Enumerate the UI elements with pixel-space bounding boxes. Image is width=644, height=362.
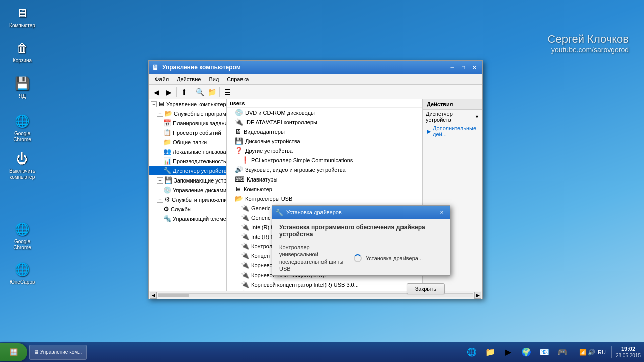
watermark-url: youtube.com/sarovgorod xyxy=(548,46,629,54)
tree-root[interactable]: − 🖥 Управление компьютером (л... xyxy=(149,99,226,109)
tree-services[interactable]: − ⚙ Службы и приложения xyxy=(149,195,226,204)
device-ide[interactable]: 🔌 IDE ATA/ATAPI контроллеры xyxy=(227,117,422,127)
tree-services-icon: ⚙ xyxy=(164,196,170,203)
tree-storage-icon: 💾 xyxy=(164,176,172,184)
chrome-icon-label: Google Chrome xyxy=(6,131,38,143)
computer2-icon: 🖥 xyxy=(235,185,242,193)
device-disk[interactable]: 💾 Дисковые устройства xyxy=(227,136,422,146)
tree-storage-toggle[interactable]: − xyxy=(157,177,163,184)
watermark-name: Сергей Клочков xyxy=(548,33,629,46)
dialog-close-button[interactable]: Закрыть xyxy=(407,283,445,294)
device-kbd[interactable]: ⌨ Клавиатуры xyxy=(227,174,422,184)
tree-devmgr-label: Диспетчер устройств xyxy=(173,168,227,174)
taskbar-mail-icon[interactable]: 📧 xyxy=(537,345,551,359)
device-audio[interactable]: 🔊 Звуковые, видео и игровые устройства xyxy=(227,165,422,174)
sarov-icon: 🌐 xyxy=(14,261,30,278)
tree-folders[interactable]: 📁 Общие папки xyxy=(149,137,226,147)
driver-dialog: 🔧 Установка драйверов ✕ Установка програ… xyxy=(272,205,450,276)
main-window-title: Управление компьютером xyxy=(162,64,447,71)
toolbar-back[interactable]: ◀ xyxy=(151,86,162,98)
menu-file[interactable]: Файл xyxy=(151,75,173,83)
close-button[interactable]: ✕ xyxy=(469,63,479,72)
dialog-title: Установка драйверов xyxy=(286,209,437,215)
dialog-close-x[interactable]: ✕ xyxy=(437,208,447,217)
tree-root-toggle[interactable]: − xyxy=(151,101,157,107)
clock: 19:02 28.05.2015 xyxy=(616,345,641,359)
maximize-button[interactable]: □ xyxy=(458,63,468,72)
tree-planner[interactable]: 📅 Планировщик заданий xyxy=(149,118,226,128)
dialog-device-label: Контроллер универсальной последовательно… xyxy=(279,244,350,273)
dialog-main-text: Установка программного обеспечения драйв… xyxy=(279,224,443,238)
actions-more-link[interactable]: ▶ Дополнительные дей... xyxy=(423,124,482,138)
ide-icon: 🔌 xyxy=(235,118,243,126)
tree-servprog-toggle[interactable]: − xyxy=(157,111,163,117)
toolbar-search[interactable]: 🔍 xyxy=(194,86,205,98)
chrome-icon: 🌐 xyxy=(14,113,30,129)
dialog-progress-row: Контроллер универсальной последовательно… xyxy=(279,244,443,273)
tree-svc[interactable]: ⚙ Службы xyxy=(149,204,226,214)
tree-devmgr[interactable]: 🔧 Диспетчер устройств xyxy=(149,166,226,175)
tree-storage[interactable]: − 💾 Запоминающие устройств... xyxy=(149,175,226,185)
dvd-icon: 💿 xyxy=(235,109,243,116)
tree-users[interactable]: 👥 Локальные пользовател... xyxy=(149,147,226,156)
toolbar-up[interactable]: ⬆ xyxy=(179,86,190,98)
audio-icon: 🔊 xyxy=(235,166,243,173)
tree-users-label: Локальные пользовател... xyxy=(173,149,227,155)
usbconc-icon: 🔌 xyxy=(241,252,249,259)
tree-wmi-icon: 🔩 xyxy=(163,215,171,222)
taskbar-ie-icon[interactable]: 🌐 xyxy=(465,345,479,359)
tree-diskmanage-label: Управление дисками xyxy=(173,187,226,193)
toolbar-folders[interactable]: 📁 xyxy=(206,86,217,98)
scroll-right-btn[interactable]: ▶ xyxy=(474,292,481,299)
turnoff-icon: ⏻ xyxy=(14,151,30,167)
tree-storage-label: Запоминающие устройств... xyxy=(174,177,227,184)
tree-diskmanage[interactable]: 💿 Управление дисками xyxy=(149,185,226,195)
taskbar-game-icon[interactable]: 🎮 xyxy=(555,345,570,359)
desktop-icon-chrome[interactable]: 🌐 Google Chrome xyxy=(6,113,38,143)
desktop-icon-computer[interactable]: 🖥 Компьютер xyxy=(6,5,38,29)
device-pci[interactable]: ❗ PCI контроллер Simple Communications xyxy=(227,155,422,165)
usb-folder-icon: 📂 xyxy=(235,195,243,202)
start-button[interactable]: 🪟 xyxy=(0,343,27,361)
other-icon: ❓ xyxy=(235,147,243,154)
taskbar-chrome-icon[interactable]: 🌍 xyxy=(519,345,533,359)
minimize-button[interactable]: ─ xyxy=(447,63,457,72)
taskbar-main-window[interactable]: 🖥 Управление ком... xyxy=(29,345,87,360)
actions-header: Действия xyxy=(423,99,482,110)
actions-more-label: Дополнительные дей... xyxy=(433,125,478,137)
toolbar-sep3 xyxy=(219,87,220,97)
tree-events[interactable]: 📋 Просмотр событий xyxy=(149,128,226,137)
yd-icon-label: ЯД xyxy=(19,93,26,99)
menu-action[interactable]: Действие xyxy=(173,75,205,83)
device-other[interactable]: ❓ Другие устройства xyxy=(227,146,422,155)
desktop-icon-yd[interactable]: 💾 ЯД xyxy=(6,75,38,99)
menu-view[interactable]: Вид xyxy=(205,75,223,83)
taskbar-sep2 xyxy=(611,346,612,358)
actions-dropdown[interactable]: Диспетчер устройств ▼ xyxy=(423,110,482,124)
desktop-icon-sarov[interactable]: 🌐 ЮнеСаров xyxy=(6,261,38,285)
tree-perf[interactable]: 📊 Производительность xyxy=(149,156,226,166)
device-dvd[interactable]: 💿 DVD и CD-ROM дисководы xyxy=(227,108,422,117)
toolbar-forward[interactable]: ▶ xyxy=(163,86,174,98)
device-video[interactable]: 🖥 Видеоадаптеры xyxy=(227,127,422,136)
tree-users-icon: 👥 xyxy=(163,148,171,155)
device-usb[interactable]: 📂 Контроллеры USB xyxy=(227,194,422,203)
desktop-icon-turnoff[interactable]: ⏻ Выключить компьютер xyxy=(6,151,38,180)
toolbar-views[interactable]: ☰ xyxy=(222,86,233,98)
tree-servprog[interactable]: − 📂 Служебные программы xyxy=(149,109,226,118)
tray-lang[interactable]: RU xyxy=(598,349,606,355)
desktop-icon-trash[interactable]: 🗑 Корзина xyxy=(6,40,38,64)
tree-services-toggle[interactable]: − xyxy=(157,197,163,203)
rootusb1-icon: 🔌 xyxy=(241,261,249,269)
scroll-left-btn[interactable]: ◀ xyxy=(150,292,157,299)
tree-devmgr-icon: 🔧 xyxy=(163,167,171,174)
desktop-icon-chrome2[interactable]: 🌐 Google Chrome xyxy=(6,221,38,251)
tree-wmi[interactable]: 🔩 Управляющий элемен... xyxy=(149,214,226,223)
tray-network-icon: 📶 xyxy=(579,349,587,356)
menu-help[interactable]: Справка xyxy=(223,75,253,83)
device-computer[interactable]: 🖥 Компьютер xyxy=(227,184,422,194)
clock-time: 19:02 xyxy=(616,345,641,352)
taskbar-explorer-icon[interactable]: 📁 xyxy=(483,345,497,359)
scroll-thumb[interactable] xyxy=(158,294,189,297)
taskbar-media-icon[interactable]: ▶ xyxy=(501,345,515,359)
